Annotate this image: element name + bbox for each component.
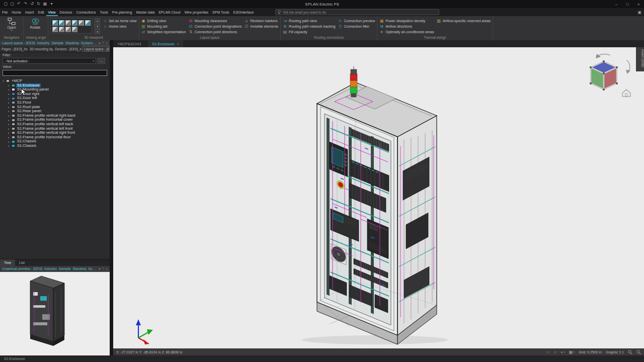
expand-icon[interactable]: ▸ <box>7 101 11 104</box>
ribbon-button[interactable]: ⌂Set as home view <box>103 18 136 23</box>
viewpoint-cube-icon[interactable] <box>78 20 84 26</box>
home-view-icon[interactable] <box>622 89 630 97</box>
viewpoint-cube-icon[interactable] <box>85 20 91 26</box>
document-tab[interactable]: S1:Enclosure× <box>148 40 183 47</box>
ribbon-button[interactable]: ⊞Mounting clearances <box>189 18 242 23</box>
snap-icon[interactable]: ∩ <box>547 350 550 354</box>
zoom-out-icon[interactable] <box>636 350 641 354</box>
grid-size[interactable]: Grid: 0.2500 in <box>579 350 602 354</box>
panel-menu-icon[interactable]: ▾ <box>99 267 100 270</box>
viewpoint-cube-icon[interactable] <box>59 20 64 26</box>
close-panel-icon[interactable]: × <box>106 267 108 270</box>
tree-item[interactable]: ▸ S1:Door left <box>0 96 110 101</box>
quick-access-icon[interactable]: ↺ <box>29 0 35 8</box>
close-tab-icon[interactable]: × <box>177 42 179 46</box>
search-input[interactable]: Tell me what you want to do <box>275 9 439 15</box>
graphical-preview[interactable] <box>0 272 110 355</box>
ribbon-button[interactable]: ⌂Home view <box>103 24 136 29</box>
quick-access-icon[interactable]: ↻ <box>36 0 41 8</box>
ribbon-button[interactable]: ↝Routing path view <box>283 18 336 23</box>
gallery-more-icon[interactable]: ▾ <box>95 29 100 34</box>
quick-access-icon[interactable]: ▢ <box>3 0 9 8</box>
expand-icon[interactable]: ▸ <box>7 123 11 126</box>
viewpoint-cube-icon[interactable] <box>72 20 77 26</box>
quick-access-icon[interactable]: ↷ <box>23 0 28 8</box>
document-tab[interactable]: +MCP&SCH/1 <box>113 40 148 47</box>
expand-icon[interactable]: ▸ <box>7 88 11 91</box>
enclosure-3d-model[interactable] <box>317 66 437 344</box>
navigation-cube[interactable] <box>590 54 630 97</box>
rotate-vertical-icon[interactable] <box>626 60 630 74</box>
expand-icon[interactable]: ▾ <box>2 79 5 82</box>
ribbon-button[interactable]: ⊡Connection point designations <box>189 24 242 29</box>
close-icon[interactable]: × <box>633 0 644 8</box>
viewpoint-cube-icon[interactable] <box>52 20 58 26</box>
tree-item[interactable]: ▸ S1:Door right <box>0 92 110 97</box>
expand-icon[interactable]: ▸ <box>7 131 11 134</box>
quick-access-icon[interactable]: ▦ <box>42 0 48 8</box>
viewpoint-sphere-icon[interactable] <box>52 27 58 32</box>
expand-icon[interactable]: ▸ <box>7 136 11 139</box>
tree-item[interactable]: ▸ S1:Chassis <box>0 139 110 144</box>
expand-icon[interactable]: ▸ <box>7 140 11 143</box>
expand-icon[interactable]: ▸ <box>7 110 11 113</box>
expand-icon[interactable]: ▸ <box>7 127 11 130</box>
menu-item[interactable]: Devices <box>58 8 74 16</box>
panel-menu-icon[interactable]: ▾ <box>99 41 100 45</box>
viewpoint-sphere-icon[interactable] <box>72 27 77 32</box>
pin-icon[interactable]: ⊤ <box>102 41 104 45</box>
tree-item[interactable]: ▸ S1:Mounting panel <box>0 87 110 92</box>
tree-list-tab[interactable]: Tree <box>0 259 15 266</box>
open-navigator-button[interactable]: Open▾ <box>2 17 21 31</box>
viewpoint-cube-icon[interactable] <box>65 20 71 26</box>
grid-mode-icon[interactable]: ▦▾ <box>569 350 575 354</box>
tree-item[interactable]: ▾ +MCP <box>0 79 110 83</box>
pin-icon[interactable]: ⊤ <box>102 267 104 270</box>
snap-icon[interactable]: ∩ <box>554 350 557 354</box>
close-panel-icon[interactable]: × <box>106 42 108 45</box>
menu-item[interactable]: Pre-planning <box>110 8 134 16</box>
expand-icon[interactable]: ▸ <box>7 93 11 96</box>
menu-item[interactable]: Tools <box>98 8 110 16</box>
gallery-down-icon[interactable]: ▾ <box>95 24 100 29</box>
ribbon-button[interactable]: ◉Drilling view <box>141 18 186 23</box>
navigator-tab[interactable]: Layout space - [E... <box>82 46 110 52</box>
filter-more-button[interactable]: … <box>98 58 105 64</box>
quick-access-icon[interactable]: ▢ <box>10 0 15 8</box>
tree-item[interactable]: ▸ S1:Chassis <box>0 144 110 148</box>
menu-item[interactable]: E3DInterface <box>231 8 256 16</box>
menu-item[interactable]: SPM Tools <box>210 8 231 16</box>
quick-access-icon[interactable]: ▾ <box>49 0 54 8</box>
menu-item[interactable]: Insert <box>23 8 36 16</box>
expand-icon[interactable]: ▸ <box>7 114 11 117</box>
expand-icon[interactable]: ▸ <box>7 119 11 122</box>
expand-icon[interactable]: ▸ <box>7 84 11 87</box>
menu-item[interactable]: View <box>46 8 58 16</box>
menu-item[interactable]: File <box>0 8 10 16</box>
expand-icon[interactable]: ▸ <box>7 144 11 147</box>
panel-splitter[interactable] <box>110 40 113 355</box>
ribbon-button[interactable]: ⇅Connection point directions <box>189 29 242 34</box>
gallery-up-icon[interactable]: ▴ <box>95 18 100 23</box>
tree-item[interactable]: ▸ S1:Frame profile horizontal floor <box>0 135 110 140</box>
tree-list-tab[interactable]: List <box>15 259 29 266</box>
menu-item[interactable]: Master data <box>134 8 156 16</box>
view-mode-icon[interactable]: ◐▾ <box>560 350 565 354</box>
quick-access-icon[interactable]: ↶ <box>16 0 22 8</box>
tree-item[interactable]: ▸ S1:Enclosure <box>0 83 110 88</box>
zoom-in-icon[interactable] <box>628 350 632 354</box>
rotate-button[interactable]: Rotate <box>26 17 45 29</box>
ribbon-button[interactable]: ⇉Airflow directions <box>379 24 434 29</box>
ribbon-options-icon[interactable]: ▣ <box>637 8 641 16</box>
ribbon-button[interactable]: ▤Fill capacity <box>283 29 336 34</box>
menu-item[interactable]: EPLAN Cloud <box>156 8 182 16</box>
ribbon-button[interactable]: ▽Connection filter <box>338 24 375 29</box>
expand-icon[interactable]: ▸ <box>7 97 11 100</box>
ribbon-button[interactable]: ▱Simplified representation <box>141 29 186 34</box>
viewpoint-sphere-icon[interactable] <box>65 27 71 32</box>
menu-item[interactable]: Connections <box>74 8 98 16</box>
3d-viewport[interactable]: Insert center <box>113 47 644 348</box>
navigator-tab[interactable]: 3D mounting lay... <box>28 46 53 52</box>
ribbon-button[interactable]: ▲Revision markers <box>244 18 278 23</box>
navigator-tab[interactable]: Devices - [EES]_In... <box>53 46 82 52</box>
